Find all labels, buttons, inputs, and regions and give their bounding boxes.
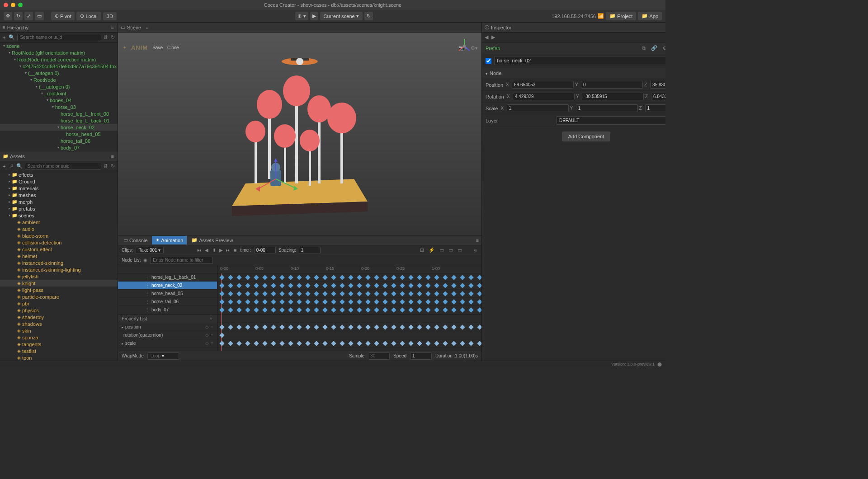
scl-y-input[interactable] <box>576 104 638 112</box>
hierarchy-search-input[interactable] <box>17 34 101 41</box>
assets-search-input[interactable] <box>25 163 101 170</box>
hierarchy-item[interactable]: horse_tail_06 <box>0 137 118 144</box>
rotate-tool-button[interactable]: ↻ <box>14 12 23 20</box>
anim-save-button[interactable]: Save <box>152 45 163 50</box>
speed-input[interactable] <box>410 352 432 360</box>
pivot-button[interactable]: ⊕ Pivot <box>51 12 75 20</box>
property-row[interactable]: rotation(quaternion)◇≡ <box>118 331 217 339</box>
asset-item[interactable]: ◈instanced-skinning <box>0 259 118 266</box>
asset-item[interactable]: ◈light-pass <box>0 286 118 293</box>
hierarchy-item[interactable]: horse_head_05 <box>0 131 118 137</box>
node-filter-input[interactable] <box>150 257 213 264</box>
timeline-node[interactable]: ⋮horse_neck_02 <box>118 282 217 290</box>
asset-item[interactable]: ◈ambient <box>0 219 118 225</box>
node-name-input[interactable] <box>494 56 665 65</box>
asset-item[interactable]: ◈collision-detection <box>0 239 118 246</box>
keyframe-track[interactable] <box>217 273 481 282</box>
property-row[interactable]: ▸position◇≡ <box>118 323 217 331</box>
add-node-button[interactable]: + <box>2 34 6 41</box>
asset-item[interactable]: ◈particle-compare <box>0 293 118 300</box>
hierarchy-item[interactable]: ▾body_07 <box>0 144 118 151</box>
asset-item[interactable]: ◈shadertoy <box>0 314 118 320</box>
pos-z-input[interactable] <box>650 81 665 89</box>
scene-dropdown[interactable]: Current scene ▾ <box>320 12 363 20</box>
asset-item[interactable]: ◈instanced-skinning-lighting <box>0 266 118 273</box>
asset-item[interactable]: ▸📁Ground <box>0 178 118 185</box>
next-frame-button[interactable]: ⏭ <box>225 247 231 254</box>
prev-frame-button[interactable]: ◀ <box>204 247 209 254</box>
tl-tool-1[interactable]: ⊞ <box>419 246 425 254</box>
hierarchy-item[interactable]: ▾RootNode <box>0 76 118 83</box>
keyframe-track[interactable] <box>217 290 481 298</box>
asset-item[interactable]: ◈jellyfish <box>0 273 118 280</box>
timeline-node[interactable]: ⋮horse_tail_06 <box>118 298 217 306</box>
history-forward-button[interactable]: ▶ <box>491 33 496 41</box>
asset-item[interactable]: ▸📁meshes <box>0 192 118 198</box>
panel-menu-icon[interactable]: ≡ <box>110 153 115 160</box>
play-button[interactable]: ▶ <box>310 12 318 20</box>
panel-menu-icon[interactable]: ≡ <box>145 24 149 31</box>
hierarchy-item[interactable]: ▾RootNode (gltf orientation matrix) <box>0 49 118 56</box>
maximize-window-icon[interactable] <box>18 3 23 7</box>
rect-tool-button[interactable]: ▭ <box>35 12 44 20</box>
asset-item[interactable]: ◈testlist <box>0 348 118 354</box>
exit-anim-button[interactable]: ⎋ <box>473 247 478 254</box>
pos-y-input[interactable] <box>581 81 643 89</box>
play-anim-button[interactable]: ▶ <box>218 247 224 254</box>
asset-item[interactable]: ◈pbr <box>0 300 118 307</box>
asset-item[interactable]: ▸📁effects <box>0 171 118 178</box>
pos-x-input[interactable] <box>512 81 574 89</box>
device-button[interactable]: ⊕ ▾ <box>295 12 308 20</box>
scl-z-input[interactable] <box>645 104 666 112</box>
asset-item[interactable]: ◈helmet <box>0 253 118 259</box>
property-keyframe-track[interactable] <box>217 339 481 348</box>
layer-select[interactable]: DEFAULT▾ <box>556 116 665 125</box>
app-button[interactable]: 📁 App <box>638 12 662 20</box>
anim-close-button[interactable]: Close <box>167 45 179 50</box>
sample-input[interactable] <box>368 352 390 360</box>
rot-x-input[interactable] <box>513 93 575 100</box>
search-icon[interactable]: 🔍 <box>8 33 16 41</box>
asset-item[interactable]: ▸📁morph <box>0 198 118 205</box>
panel-menu-icon[interactable]: ≡ <box>110 24 115 31</box>
spacing-input[interactable] <box>299 247 321 254</box>
node-enabled-checkbox[interactable] <box>486 58 491 64</box>
scene-viewport[interactable]: ✦ ANIM Save Close 📷▾ ⚙▾ <box>118 33 481 235</box>
add-component-button[interactable]: Add Component <box>562 131 611 141</box>
timeline-node[interactable]: ⋮body_07 <box>118 306 217 314</box>
keyframe-track[interactable] <box>217 282 481 290</box>
keyframe-track[interactable] <box>217 306 481 314</box>
eye-icon[interactable]: ◉ <box>143 258 147 263</box>
asset-item[interactable]: ◈blade-storm <box>0 232 118 239</box>
time-input[interactable] <box>254 247 276 254</box>
asset-item[interactable]: ◈shadows <box>0 320 118 327</box>
scale-tool-button[interactable]: ⤢ <box>24 12 33 20</box>
stop-playback-button[interactable]: ⏸ <box>211 247 217 254</box>
asset-item[interactable]: ◈tangents <box>0 341 118 348</box>
first-frame-button[interactable]: ⏮ <box>196 247 203 254</box>
hierarchy-item[interactable]: ▾horse_neck_02 <box>0 124 118 131</box>
tl-tool-3[interactable]: ▭ <box>439 246 445 254</box>
asset-item[interactable]: ◈audio <box>0 225 118 232</box>
search-icon[interactable]: 🔍 <box>15 162 24 170</box>
close-window-icon[interactable] <box>4 3 8 7</box>
asset-item[interactable]: ◈sponza <box>0 334 118 341</box>
asset-item[interactable]: ◈physics <box>0 307 118 314</box>
link-icon[interactable]: 🔗 <box>650 44 658 52</box>
tab-assets-preview[interactable]: 📁 Assets Preview <box>188 236 236 244</box>
wrapmode-select[interactable]: Loop ▾ <box>147 352 179 360</box>
timeline-node[interactable]: ⋮horse_head_05 <box>118 290 217 298</box>
refresh-hierarchy-button[interactable]: ↻ <box>110 33 116 41</box>
scl-x-input[interactable] <box>507 104 569 112</box>
clip-select[interactable]: Take 001 ▾ <box>136 247 164 254</box>
tl-tool-4[interactable]: ▭ <box>448 246 454 254</box>
hierarchy-tree[interactable]: ▾scene▾RootNode (gltf orientation matrix… <box>0 42 118 151</box>
move-tool-button[interactable]: ✥ <box>4 12 12 20</box>
hierarchy-item[interactable]: ▾horse_03 <box>0 103 118 110</box>
asset-item[interactable]: ▸📁materials <box>0 185 118 192</box>
rot-y-input[interactable] <box>582 93 644 100</box>
asset-item[interactable]: ◈toon <box>0 354 118 361</box>
keyframe-track[interactable] <box>217 298 481 306</box>
hierarchy-item[interactable]: horse_leg_L_front_00 <box>0 110 118 117</box>
collapse-button[interactable]: ⇵ <box>103 162 108 170</box>
